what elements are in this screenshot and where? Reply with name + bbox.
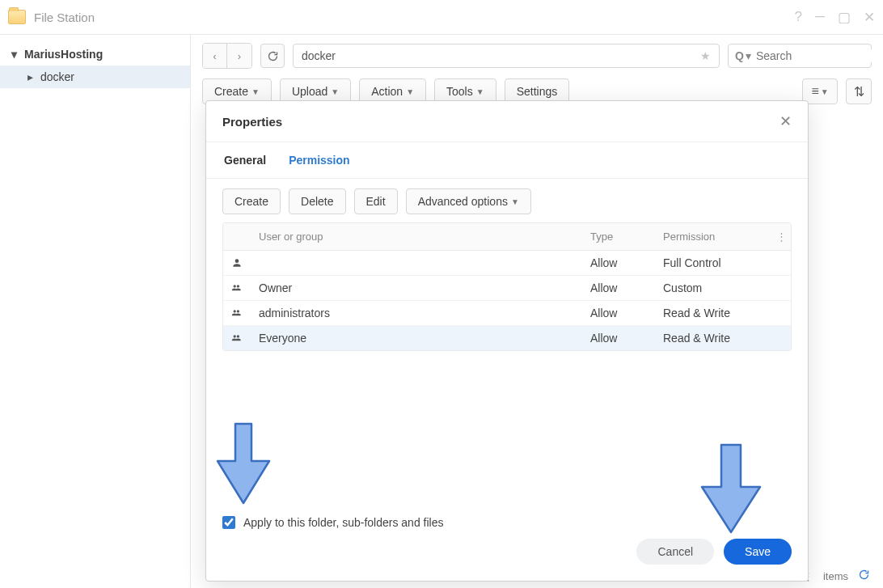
cell-type: Allow (582, 251, 655, 275)
table-row[interactable]: EveryoneAllowRead & Write (223, 325, 791, 350)
save-button[interactable]: Save (724, 539, 792, 565)
window-titlebar: File Station ? ─ ▢ ✕ (0, 0, 883, 34)
app-icon (8, 10, 26, 24)
properties-dialog: Properties ✕ General Permission Create D… (205, 100, 809, 582)
nav-forward-button[interactable]: › (227, 44, 251, 68)
search-icon: Q (735, 49, 744, 62)
cell-permission: Full Control (655, 251, 768, 275)
cell-permission: Read & Write (655, 326, 768, 350)
table-menu-icon[interactable]: ⋮ (768, 223, 791, 250)
cancel-button[interactable]: Cancel (636, 539, 714, 565)
cell-user (251, 251, 582, 275)
cell-permission: Custom (655, 276, 768, 300)
chevron-right-icon: ▸ (27, 70, 37, 83)
window-title: File Station (34, 11, 95, 24)
footer-items-label: items (823, 570, 848, 582)
folder-tree: ▾ MariusHosting ▸ docker (0, 35, 191, 588)
refresh-button[interactable] (260, 44, 285, 68)
table-row[interactable]: AllowFull Control (223, 251, 791, 275)
help-icon[interactable]: ? (794, 9, 801, 25)
minimize-icon[interactable]: ─ (815, 9, 825, 25)
caret-down-icon: ▼ (821, 87, 829, 96)
nav-back-button[interactable]: ‹ (203, 44, 227, 68)
cell-type: Allow (582, 276, 655, 300)
nav-buttons: ‹ › (202, 43, 252, 69)
group-icon (223, 301, 251, 325)
chevron-down-icon: ▾ (746, 49, 751, 62)
list-icon: ≡ (811, 84, 818, 99)
tree-root[interactable]: ▾ MariusHosting (0, 43, 190, 66)
caret-down-icon: ▼ (331, 87, 339, 96)
tab-general[interactable]: General (222, 142, 268, 178)
permission-table: User or group Type Permission ⋮ AllowFul… (222, 222, 792, 351)
tree-item-docker[interactable]: ▸ docker (0, 66, 190, 88)
dialog-close-button[interactable]: ✕ (779, 112, 792, 130)
caret-down-icon: ▼ (476, 87, 484, 96)
group-icon (223, 276, 251, 300)
apply-recursive-label: Apply to this folder, sub-folders and fi… (243, 516, 443, 529)
tree-item-label: docker (40, 70, 74, 83)
perm-create-button[interactable]: Create (222, 188, 281, 214)
caret-down-icon: ▼ (406, 87, 414, 96)
apply-recursive-checkbox[interactable] (222, 516, 235, 529)
table-row[interactable]: OwnerAllowCustom (223, 275, 791, 300)
table-header: User or group Type Permission ⋮ (223, 223, 791, 251)
caret-down-icon: ▼ (511, 197, 519, 206)
cell-type: Allow (582, 301, 655, 325)
sort-button[interactable]: ⇅ (846, 78, 872, 104)
path-input[interactable]: docker ★ (293, 44, 720, 68)
refresh-icon[interactable] (858, 569, 870, 583)
perm-delete-button[interactable]: Delete (289, 188, 345, 214)
col-user[interactable]: User or group (251, 223, 582, 250)
cell-user: administrators (251, 301, 582, 325)
sort-icon: ⇅ (854, 84, 864, 99)
path-value: docker (302, 49, 336, 62)
search-input[interactable] (756, 49, 883, 62)
close-icon[interactable]: ✕ (864, 9, 875, 26)
table-row[interactable]: administratorsAllowRead & Write (223, 300, 791, 325)
refresh-icon (267, 50, 279, 62)
search-box[interactable]: Q▾ (728, 44, 872, 68)
perm-advanced-button[interactable]: Advanced options▼ (406, 188, 531, 214)
col-permission[interactable]: Permission (655, 223, 768, 250)
perm-edit-button[interactable]: Edit (354, 188, 398, 214)
footer: ⋮ items (803, 569, 870, 583)
cell-user: Owner (251, 276, 582, 300)
user-icon (223, 251, 251, 275)
dialog-title: Properties (222, 115, 282, 129)
cell-type: Allow (582, 326, 655, 350)
chevron-down-icon: ▾ (11, 48, 21, 61)
cell-permission: Read & Write (655, 301, 768, 325)
caret-down-icon: ▼ (251, 87, 260, 96)
maximize-icon[interactable]: ▢ (838, 9, 851, 26)
tab-permission[interactable]: Permission (287, 142, 351, 178)
cell-user: Everyone (251, 326, 582, 350)
star-icon[interactable]: ★ (700, 49, 711, 62)
tree-root-label: MariusHosting (24, 48, 103, 61)
col-type[interactable]: Type (582, 223, 655, 250)
group-icon (223, 326, 251, 350)
